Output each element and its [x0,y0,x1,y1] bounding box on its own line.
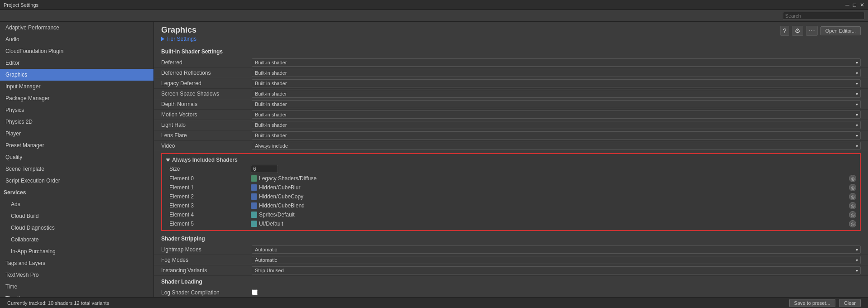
log-shader-checkbox[interactable] [252,289,258,295]
element-2-circle-btn[interactable]: ◎ [849,193,856,200]
stripping-select-fog[interactable]: Automatic [252,256,861,264]
shader-row-lens-flare: Lens Flare Built-in shader [154,130,868,141]
clear-button[interactable]: Clear [839,299,861,307]
shader-select-deferred-reflections[interactable]: Built-in shader [252,69,861,77]
always-included-element-2: Element 2 Hidden/CubeCopy ◎ [162,192,860,201]
element-2-value: Hidden/CubeCopy ◎ [251,193,856,200]
sidebar-item-time[interactable]: Time [0,281,153,293]
element-0-icon [251,175,257,182]
help-button[interactable]: ? [780,26,789,36]
element-4-circle-btn[interactable]: ◎ [849,211,856,218]
sidebar-item-collaborate[interactable]: Collaborate [0,234,153,245]
stripping-dropdown-wrapper-fog: Automatic [252,256,861,264]
shader-row-deferred: Deferred Built-in shader [154,58,868,68]
shader-label-screen-space-shadows: Screen Space Shadows [161,91,252,97]
sidebar-item-physics2d[interactable]: Physics 2D [0,116,153,128]
shader-dropdown-wrapper-deferred: Built-in shader [252,58,861,67]
shader-value-deferred-reflections: Built-in shader [252,69,861,77]
shader-select-light-halo[interactable]: Built-in shader [252,121,861,129]
tier-settings-link[interactable]: Tier Settings [166,36,197,42]
sidebar-item-player[interactable]: Player [0,128,153,140]
log-shader-value [252,289,861,295]
shader-dropdown-wrapper-motion-vectors: Built-in shader [252,111,861,119]
search-input[interactable] [783,12,864,20]
element-3-circle-btn[interactable]: ◎ [849,202,856,209]
always-included-element-0: Element 0 Legacy Shaders/Diffuse ◎ [162,174,860,183]
element-5-circle-btn[interactable]: ◎ [849,220,856,227]
always-included-element-4: Element 4 Sprites/Default ◎ [162,210,860,219]
shader-dropdown-wrapper-lens-flare: Built-in shader [252,131,861,140]
shader-loading-header: Shader Loading [154,276,868,288]
element-2-icon [251,193,257,200]
sidebar-item-preset-manager[interactable]: Preset Manager [0,140,153,151]
sidebar-item-ads[interactable]: Ads [0,198,153,210]
shader-select-legacy-deferred[interactable]: Built-in shader [252,79,861,87]
content-relative: Graphics ? ⚙ ⋯ Open Editor... Tier Setti… [154,22,868,297]
open-editor-button[interactable]: Open Editor... [820,26,861,35]
shader-value-light-halo: Built-in shader [252,121,861,129]
sidebar-item-editor[interactable]: Editor [0,57,153,69]
element-1-circle-btn[interactable]: ◎ [849,184,856,191]
element-0-circle-btn[interactable]: ◎ [849,175,856,182]
shader-row-depth-normals: Depth Normals Built-in shader [154,99,868,110]
shader-select-deferred[interactable]: Built-in shader [252,58,861,67]
element-4-name: Sprites/Default [259,212,295,218]
shader-label-depth-normals: Depth Normals [161,101,252,107]
stripping-row-lightmap: Lightmap Modes Automatic [154,245,868,255]
close-button[interactable]: ✕ [860,2,864,8]
builtin-shader-section-header: Built-in Shader Settings [154,46,868,58]
sidebar-item-timeline[interactable]: Timeline [0,293,153,297]
minimize-button[interactable]: ─ [845,2,849,8]
always-included-size-input[interactable] [251,165,278,173]
save-preset-button[interactable]: Save to preset... [789,299,835,307]
sidebar-item-scene-template[interactable]: Scene Template [0,163,153,175]
stripping-row-fog: Fog Modes Automatic [154,255,868,265]
sidebar-item-inapp-purchasing[interactable]: In-App Purchasing [0,245,153,257]
maximize-button[interactable]: □ [853,2,856,8]
sidebar-item-graphics[interactable]: Graphics [0,69,153,81]
sidebar-item-input-manager[interactable]: Input Manager [0,81,153,92]
shader-select-motion-vectors[interactable]: Built-in shader [252,111,861,119]
overflow-button[interactable]: ⋯ [806,26,818,36]
element-2-name: Hidden/CubeCopy [259,193,303,200]
sidebar-item-cloud-build[interactable]: Cloud Build [0,210,153,222]
element-0-name: Legacy Shaders/Diffuse [259,175,317,182]
sidebar-item-package-manager[interactable]: Package Manager [0,92,153,104]
sidebar-item-textmesh[interactable]: TextMesh Pro [0,269,153,281]
sidebar-item-physics[interactable]: Physics [0,104,153,116]
shader-dropdown-wrapper-screen-space: Built-in shader [252,90,861,98]
sidebar-item-adaptive-performance[interactable]: Adaptive Performance [0,22,153,34]
window-controls: ─ □ ✕ [845,2,864,8]
shader-select-depth-normals[interactable]: Built-in shader [252,100,861,108]
sidebar-item-tags-layers[interactable]: Tags and Layers [0,257,153,269]
shader-value-motion-vectors: Built-in shader [252,111,861,119]
sidebar-item-script-execution[interactable]: Script Execution Order [0,175,153,187]
toolbar [0,10,868,22]
shader-select-screen-space-shadows[interactable]: Built-in shader [252,90,861,98]
shader-select-video[interactable]: Always include [252,142,861,150]
always-included-header[interactable]: Always Included Shaders [162,156,860,164]
element-5-label: Element 5 [169,221,251,227]
element-1-name: Hidden/CubeBlur [259,184,300,191]
stripping-label-instancing: Instancing Variants [161,267,252,274]
element-5-value: UI/Default ◎ [251,220,856,227]
sidebar-item-audio[interactable]: Audio [0,34,153,45]
shader-dropdown-wrapper-depth-normals: Built-in shader [252,100,861,108]
main-layout: Adaptive Performance Audio CloudFoundati… [0,22,868,297]
element-3-value: Hidden/CubeBlend ◎ [251,202,856,209]
always-included-size-label: Size [169,166,251,172]
tier-settings-row: Tier Settings [161,36,861,42]
gear-button[interactable]: ⚙ [792,26,803,36]
sidebar-item-cloudfoundation[interactable]: CloudFoundation Plugin [0,45,153,57]
stripping-select-lightmap[interactable]: Automatic [252,245,861,254]
shader-label-light-halo: Light Halo [161,122,252,128]
header-controls: ? ⚙ ⋯ Open Editor... [780,26,861,36]
sidebar-item-quality[interactable]: Quality [0,151,153,163]
stripping-select-instancing[interactable]: Strip Unused [252,266,861,274]
element-1-value: Hidden/CubeBlur ◎ [251,184,856,191]
shader-select-lens-flare[interactable]: Built-in shader [252,131,861,140]
sidebar-item-cloud-diagnostics[interactable]: Cloud Diagnostics [0,222,153,234]
content-area: Graphics ? ⚙ ⋯ Open Editor... Tier Setti… [154,22,868,297]
shader-dropdown-wrapper-light-halo: Built-in shader [252,121,861,129]
shader-dropdown-wrapper-legacy-deferred: Built-in shader [252,79,861,87]
